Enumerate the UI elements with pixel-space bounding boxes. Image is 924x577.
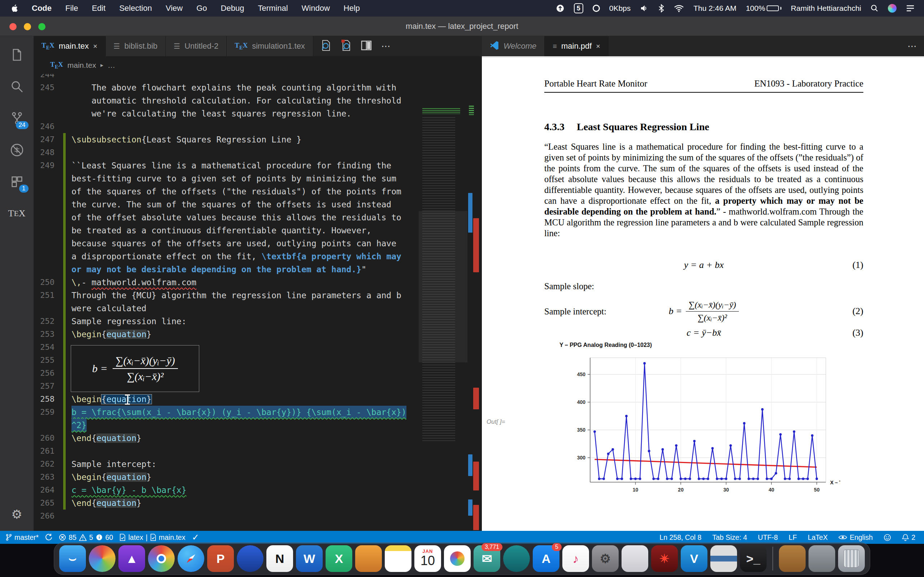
dock-item-downloads-box[interactable] bbox=[779, 545, 806, 572]
build-ok-check[interactable]: ✓ bbox=[192, 532, 199, 542]
manage-gear-icon[interactable]: ⚙ bbox=[11, 507, 22, 521]
tab-untitled-2[interactable]: ☰ Untitled-2 bbox=[166, 36, 227, 56]
code-line[interactable]: 244 bbox=[34, 74, 482, 81]
code-line[interactable]: 259b = \frac{\sum(x_i - \bar{x}) (y_i - … bbox=[34, 406, 482, 419]
dock-item-photos-flower[interactable] bbox=[444, 545, 471, 572]
close-tab-icon[interactable]: × bbox=[93, 42, 97, 50]
wifi-icon[interactable] bbox=[674, 4, 684, 12]
dock-item-word[interactable]: W bbox=[296, 545, 323, 572]
code-line[interactable]: ^2} bbox=[34, 419, 482, 432]
spellcheck-item[interactable]: English bbox=[838, 533, 873, 542]
explorer-icon[interactable] bbox=[9, 47, 25, 63]
dock-item-teal-circle-app[interactable] bbox=[503, 545, 530, 572]
cursor-position[interactable]: Ln 258, Col 8 bbox=[659, 533, 701, 542]
code-line[interactable]: automatic threshold calculation. For cal… bbox=[34, 94, 482, 107]
code-line[interactable]: 251Through the {MCU} algorithm the regre… bbox=[34, 289, 482, 302]
dock-item-chrome[interactable] bbox=[148, 545, 175, 572]
close-tab-icon[interactable]: × bbox=[596, 42, 600, 50]
code-line[interactable]: we're calculating the least squares regr… bbox=[34, 107, 482, 120]
code-line[interactable]: 260\end{equation} bbox=[34, 432, 482, 445]
minimap[interactable] bbox=[419, 74, 467, 531]
menu-item-edit[interactable]: Edit bbox=[92, 3, 105, 13]
language-mode[interactable]: LaTeX bbox=[808, 533, 828, 542]
dock-item-notes[interactable] bbox=[385, 545, 412, 572]
code-line[interactable]: a disproportionate effect on the fit, \t… bbox=[34, 250, 482, 263]
dock-item-system-preferences[interactable]: ⚙ bbox=[592, 545, 619, 572]
battery-indicator[interactable]: 100% bbox=[746, 4, 782, 13]
volume-icon[interactable] bbox=[640, 4, 649, 12]
synctex-view-icon[interactable] bbox=[341, 40, 352, 53]
dock-item-mathematica[interactable]: ✴ bbox=[651, 545, 678, 572]
apple-logo-icon[interactable] bbox=[11, 4, 18, 13]
dock-item-archive-box[interactable] bbox=[809, 545, 835, 572]
code-line[interactable]: 261 bbox=[34, 445, 482, 458]
dock-item-notion[interactable]: N bbox=[267, 545, 293, 572]
dock-item-blue-sphere-app[interactable] bbox=[237, 545, 263, 572]
search-icon[interactable] bbox=[9, 79, 25, 95]
code-line[interactable]: 266 bbox=[34, 509, 482, 522]
breadcrumb-more[interactable]: … bbox=[108, 61, 115, 69]
breadcrumb[interactable]: TEX main.tex ▸ … bbox=[34, 56, 482, 74]
dock-item-powerpoint[interactable]: P bbox=[207, 545, 234, 572]
user-name-label[interactable]: Ramith Hettiarachchi bbox=[791, 4, 861, 13]
code-line[interactable]: 253\begin{equation} bbox=[34, 328, 482, 341]
todo-count-icon[interactable]: 5 bbox=[574, 3, 583, 13]
more-actions-icon[interactable]: ⋯ bbox=[908, 41, 917, 52]
recorder-status-icon[interactable] bbox=[593, 5, 600, 12]
tab-biblist-bib[interactable]: ☰ biblist.bib bbox=[106, 36, 166, 56]
dock-item-app-store[interactable]: A5 bbox=[533, 545, 559, 572]
code-line[interactable]: 258\begin{equation} bbox=[34, 393, 482, 406]
problems-item[interactable]: 85 5 60 bbox=[59, 533, 113, 542]
menu-item-view[interactable]: View bbox=[166, 3, 183, 13]
dock-item-launchpad-rocket[interactable]: ▲ bbox=[118, 545, 145, 572]
latex-preview-icon[interactable] bbox=[320, 40, 331, 53]
dock-item-excel[interactable]: X bbox=[326, 545, 352, 572]
code-line[interactable]: 250\,- mathworld.wolfram.com bbox=[34, 276, 482, 289]
debug-icon[interactable] bbox=[9, 142, 25, 158]
sync-icon[interactable] bbox=[45, 534, 52, 541]
dock-item-minimized-window-thumbnail[interactable] bbox=[710, 545, 737, 572]
menu-item-go[interactable]: Go bbox=[196, 3, 207, 13]
latex-workshop-icon[interactable]: TEX bbox=[9, 206, 25, 221]
code-line[interactable]: the curve. The sum of the squares of the… bbox=[34, 198, 482, 211]
menu-item-window[interactable]: Window bbox=[302, 3, 330, 13]
code-line[interactable]: 263\begin{equation} bbox=[34, 471, 482, 484]
breadcrumb-file[interactable]: main.tex bbox=[68, 61, 96, 69]
code-line[interactable]: 252Sample regression line: bbox=[34, 315, 482, 328]
eol[interactable]: LF bbox=[789, 533, 797, 542]
clock-label[interactable]: Thu 2:46 AM bbox=[693, 4, 736, 13]
code-line[interactable]: 264c = \bar{y} - b \bar{x} bbox=[34, 484, 482, 496]
menu-item-app[interactable]: Code bbox=[32, 3, 52, 13]
code-line[interactable]: 249``Least Squares line is a mathematica… bbox=[34, 159, 482, 172]
tab-simulation1-tex[interactable]: TEX simulation1.tex bbox=[227, 36, 313, 56]
dock-item-orange-app[interactable] bbox=[355, 545, 382, 572]
menu-item-help[interactable]: Help bbox=[344, 3, 360, 13]
dock-item-vscode[interactable]: V bbox=[681, 545, 708, 572]
notifications-item[interactable]: 2 bbox=[902, 533, 915, 542]
latex-compile-item[interactable]: latex | main.tex bbox=[120, 533, 185, 542]
split-editor-icon[interactable] bbox=[361, 40, 372, 52]
tab-size[interactable]: Tab Size: 4 bbox=[712, 533, 747, 542]
tab-main-pdf[interactable]: ≡ main.pdf × bbox=[544, 36, 609, 56]
code-line[interactable]: were calculated bbox=[34, 302, 482, 315]
dock-item-trash[interactable] bbox=[838, 545, 865, 572]
menu-item-terminal[interactable]: Terminal bbox=[258, 3, 288, 13]
tab-welcome[interactable]: Welcome bbox=[482, 36, 544, 56]
more-actions-icon[interactable]: ⋯ bbox=[381, 41, 391, 52]
code-line[interactable]: 248 bbox=[34, 146, 482, 159]
code-line[interactable]: be treated as a continuous differentiabl… bbox=[34, 224, 482, 237]
dock-item-safari[interactable] bbox=[178, 545, 204, 572]
pdf-viewer[interactable]: Portable Heart Rate Monitor EN1093 - Lab… bbox=[482, 56, 924, 531]
bluetooth-icon[interactable] bbox=[658, 4, 664, 13]
code-line[interactable]: 265\end{equation} bbox=[34, 496, 482, 509]
feedback-smiley-icon[interactable] bbox=[884, 534, 891, 541]
extensions-icon[interactable]: 1 bbox=[9, 174, 25, 190]
code-line[interactable]: because squares of the offsets are used,… bbox=[34, 237, 482, 250]
menu-item-debug[interactable]: Debug bbox=[221, 3, 244, 13]
dock-item-finder[interactable]: ⌣ bbox=[59, 545, 86, 572]
source-control-icon[interactable]: 24 bbox=[9, 110, 25, 126]
dock-item-music[interactable]: ♪ bbox=[562, 545, 589, 572]
code-line[interactable]: or may not be desirable depending on the… bbox=[34, 263, 482, 276]
tab-main-tex[interactable]: TEX main.tex × bbox=[34, 36, 106, 56]
code-line[interactable]: of the offset absolute values because th… bbox=[34, 211, 482, 224]
